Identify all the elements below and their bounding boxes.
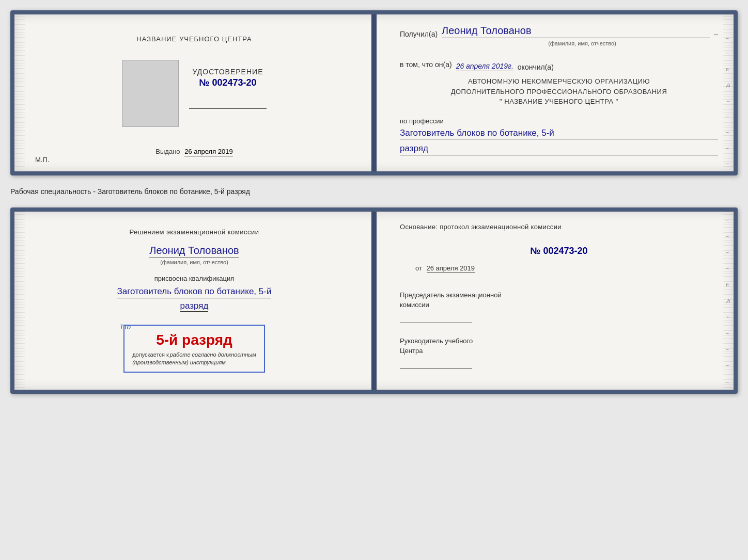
center-name-top: НАЗВАНИЕ УЧЕБНОГО ЦЕНТРА xyxy=(136,35,252,43)
razryad-text: разряд xyxy=(400,143,718,155)
tto-label: TTo xyxy=(119,323,131,331)
okoncil-label: окончил(а) xyxy=(518,63,554,71)
rukovoditel-signature-line xyxy=(400,359,472,369)
resheniem-text: Решением экзаменационной комиссии xyxy=(129,227,259,238)
osnovanie-text: Основание: протокол экзаменационной коми… xyxy=(400,222,718,233)
protocol-number: № 002473-20 xyxy=(400,246,718,257)
fio-label-1: (фамилия, имя, отчество) xyxy=(446,40,718,46)
issued-date: 26 апреля 2019 xyxy=(184,148,233,156)
card2-left-panel: Решением экзаменационной комиссии Леонид… xyxy=(14,212,374,390)
card1-right-panel: Получил(а) Леонид Толованов – (фамилия, … xyxy=(374,14,734,171)
recipient-name: Леонид Толованов xyxy=(442,25,710,38)
received-line: Получил(а) Леонид Толованов – xyxy=(400,25,718,38)
vtom-date: 26 апреля 2019г. xyxy=(456,62,513,71)
cert-title-block: УДОСТОВЕРЕНИЕ № 002473-20 xyxy=(189,68,267,88)
center-divider-2 xyxy=(373,212,375,390)
received-label: Получил(а) xyxy=(400,30,438,38)
rukovoditel-label: Руководитель учебного Центра xyxy=(400,336,718,356)
right-side-notes: – – – и ,а ← – – – – xyxy=(726,14,731,171)
issued-section: Выдано 26 апреля 2019 xyxy=(155,147,232,156)
org-block: АВТОНОМНУЮ НЕКОММЕРЧЕСКУЮ ОРГАНИЗАЦИЮ ДО… xyxy=(400,76,718,107)
mp-label: М.П. xyxy=(35,156,49,164)
po-professii-label: по профессии xyxy=(400,117,444,125)
dopuskaetsya-section: допускается к работе согласно должностны… xyxy=(132,351,256,359)
ot-date-val: 26 апреля 2019 xyxy=(427,264,475,273)
document-card-2: Решением экзаменационной комиссии Леонид… xyxy=(10,207,738,394)
vtom-section: в том, что он(а) 26 апреля 2019г. окончи… xyxy=(400,54,718,71)
name-handwritten-2: Леонид Толованов xyxy=(149,245,239,258)
vtom-label: в том, что он(а) xyxy=(400,60,452,69)
instruktsii-text: (производственным) инструкциям xyxy=(132,359,256,365)
specialty-label: Рабочая специальность - Заготовитель бло… xyxy=(10,185,738,198)
page-container: НАЗВАНИЕ УЧЕБНОГО ЦЕНТРА УДОСТОВЕРЕНИЕ №… xyxy=(10,10,738,394)
stamp-rank: 5-й разряд xyxy=(132,332,256,348)
chairman-label: Председатель экзаменационной комиссии xyxy=(400,290,718,310)
qualification-text: Заготовитель блоков по ботанике, 5-й xyxy=(117,285,272,299)
po-professii-section: по профессии Заготовитель блоков по бота… xyxy=(400,116,718,156)
ot-date-section: от 26 апреля 2019 xyxy=(415,264,718,272)
document-card-1: НАЗВАНИЕ УЧЕБНОГО ЦЕНТРА УДОСТОВЕРЕНИЕ №… xyxy=(10,10,738,175)
udostoverenie-label: УДОСТОВЕРЕНИЕ xyxy=(189,68,267,76)
fio-label-2: (фамилия, имя, отчество) xyxy=(149,259,239,265)
razryad-2-text: разряд xyxy=(180,301,209,312)
photo-placeholder xyxy=(122,60,179,127)
stamp-box: 5-й разряд допускается к работе согласно… xyxy=(123,325,265,372)
protocol-section: № 002473-20 xyxy=(400,241,718,262)
prisvoena-label: присвоена квалификация xyxy=(154,275,235,282)
profession-text: Заготовитель блоков по ботанике, 5-й xyxy=(400,127,718,140)
chairman-signature-line xyxy=(400,313,472,323)
ot-label: от xyxy=(415,264,422,272)
issued-line: Выдано 26 апреля 2019 xyxy=(155,148,232,155)
center-divider xyxy=(373,14,375,171)
card2-right-panel: Основание: протокол экзаменационной коми… xyxy=(374,212,734,390)
name-block-2: Леонид Толованов (фамилия, имя, отчество… xyxy=(149,245,239,265)
cert-number: № 002473-20 xyxy=(189,77,267,88)
card1-left-panel: НАЗВАНИЕ УЧЕБНОГО ЦЕНТРА УДОСТОВЕРЕНИЕ №… xyxy=(14,14,374,171)
right-side-notes-2: – – – – и ,а ← – – – – xyxy=(726,212,731,390)
